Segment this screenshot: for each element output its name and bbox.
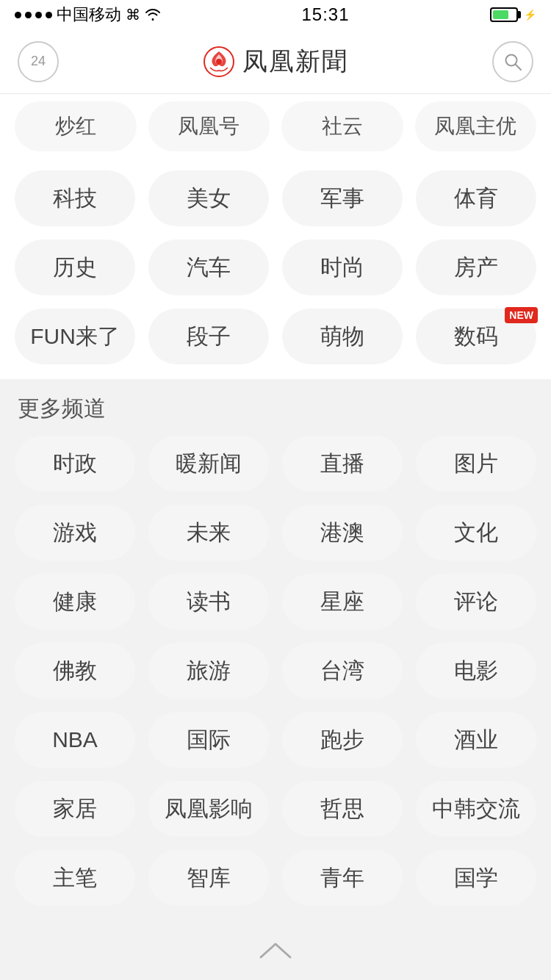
status-time: 15:31 xyxy=(301,4,349,25)
main-tag-fun-lai-le[interactable]: FUN来了 xyxy=(15,309,135,364)
more-tag-gangao[interactable]: 港澳 xyxy=(282,505,403,561)
more-tag-label-pinglun: 评论 xyxy=(454,587,498,617)
main-tag-keji[interactable]: 科技 xyxy=(15,170,135,226)
carrier-label: 中国移动 xyxy=(57,4,121,26)
more-tag-grid: 时政暖新闻直播图片游戏未来港澳文化健康读书星座评论佛教旅游台湾电影NBA国际跑步… xyxy=(15,436,536,906)
more-tag-label-zhubi: 主笔 xyxy=(53,863,97,893)
partial-tag-chao-hong[interactable]: 炒红 xyxy=(15,101,137,151)
main-tag-label-lishi: 历史 xyxy=(53,253,97,283)
more-tag-lvyou[interactable]: 旅游 xyxy=(148,643,269,699)
more-tag-dianying[interactable]: 电影 xyxy=(416,643,536,699)
more-tag-qingnian[interactable]: 青年 xyxy=(282,850,403,906)
phoenix-logo-icon xyxy=(203,46,235,78)
more-tag-dushu[interactable]: 读书 xyxy=(148,574,269,630)
more-tag-label-tupian: 图片 xyxy=(454,449,498,479)
svg-line-3 xyxy=(516,65,521,70)
collapse-button[interactable] xyxy=(253,939,298,961)
main-tag-label-fun-lai-le: FUN来了 xyxy=(30,322,120,352)
more-tag-pinglun[interactable]: 评论 xyxy=(416,574,536,630)
main-tag-grid: 科技美女军事体育历史汽车时尚房产FUN来了段子萌物数码NEW xyxy=(15,170,536,364)
more-tag-weilai[interactable]: 未来 xyxy=(148,505,269,561)
more-tag-tupian[interactable]: 图片 xyxy=(416,436,536,491)
more-tag-xingzuo[interactable]: 星座 xyxy=(282,574,403,630)
more-tag-label-zhonghan-jiaoliu: 中韩交流 xyxy=(432,794,520,824)
more-tag-zhubi[interactable]: 主笔 xyxy=(15,850,135,906)
main-tag-label-meinv: 美女 xyxy=(187,184,231,214)
main-tag-lishi[interactable]: 历史 xyxy=(15,239,135,295)
more-tag-label-zhesi: 哲思 xyxy=(320,794,364,824)
more-tag-guoxue[interactable]: 国学 xyxy=(416,850,536,906)
main-tag-label-shishang: 时尚 xyxy=(320,253,364,283)
more-tag-zhesi[interactable]: 哲思 xyxy=(282,781,403,837)
more-tag-taiwan[interactable]: 台湾 xyxy=(282,643,403,699)
main-tag-label-qiche: 汽车 xyxy=(187,253,231,283)
partial-category-row: 炒红 凤凰号 社云 凤凰主优 xyxy=(0,94,551,163)
more-tag-label-dianying: 电影 xyxy=(454,656,498,686)
main-tag-mengwu[interactable]: 萌物 xyxy=(282,309,403,364)
more-tag-label-xingzuo: 星座 xyxy=(320,587,364,617)
more-tag-label-jiuye: 酒业 xyxy=(454,725,498,755)
app-title: 凤凰新聞 xyxy=(242,45,348,79)
main-tag-label-tiyu: 体育 xyxy=(454,184,498,214)
more-tag-jiankang[interactable]: 健康 xyxy=(15,574,135,630)
more-tag-zhiku[interactable]: 智库 xyxy=(148,850,269,906)
more-tag-shizheng[interactable]: 时政 xyxy=(15,436,135,491)
more-tag-fenghuang-yingxiang[interactable]: 凤凰影响 xyxy=(148,781,269,837)
more-tag-label-lvyou: 旅游 xyxy=(187,656,231,686)
wifi-icon: ⌘︎ xyxy=(126,6,140,24)
main-tag-shuma[interactable]: 数码NEW xyxy=(416,309,536,364)
more-tag-label-qingnian: 青年 xyxy=(320,863,364,893)
main-tag-shishang[interactable]: 时尚 xyxy=(282,239,403,295)
partial-tag-feng-huang-hao[interactable]: 凤凰号 xyxy=(148,101,270,151)
main-tag-label-keji: 科技 xyxy=(53,184,97,214)
main-tag-junshi[interactable]: 军事 xyxy=(282,170,403,226)
more-tag-youxi[interactable]: 游戏 xyxy=(15,505,135,561)
more-tag-guoji[interactable]: 国际 xyxy=(148,712,269,768)
bottom-bar xyxy=(0,920,551,979)
more-tag-label-wenhua: 文化 xyxy=(454,518,498,548)
more-tag-label-jiaju: 家居 xyxy=(53,794,97,824)
partial-tag-she-yun[interactable]: 社云 xyxy=(281,101,403,151)
new-badge-shuma: NEW xyxy=(505,307,538,323)
status-right: ⚡ xyxy=(490,7,536,22)
svg-point-2 xyxy=(506,54,517,65)
more-section-title: 更多频道 xyxy=(0,379,551,436)
main-tag-tiyu[interactable]: 体育 xyxy=(416,170,536,226)
partial-tag-feng-huang-zhu-you[interactable]: 凤凰主优 xyxy=(415,101,537,151)
more-tag-nuan-xinwen[interactable]: 暖新闻 xyxy=(148,436,269,491)
more-category-section: 时政暖新闻直播图片游戏未来港澳文化健康读书星座评论佛教旅游台湾电影NBA国际跑步… xyxy=(0,436,551,920)
more-tag-label-paobu: 跑步 xyxy=(320,725,364,755)
more-tag-paobu[interactable]: 跑步 xyxy=(282,712,403,768)
more-tag-zhonghan-jiaoliu[interactable]: 中韩交流 xyxy=(416,781,536,837)
wifi-icon xyxy=(145,8,161,21)
status-bar: 中国移动 ⌘︎ 15:31 ⚡ xyxy=(0,0,551,29)
news-24-button[interactable]: 24 xyxy=(18,41,59,82)
main-tag-qiche[interactable]: 汽车 xyxy=(148,239,269,295)
main-tag-label-junshi: 军事 xyxy=(320,184,364,214)
news-24-label: 24 xyxy=(31,54,46,69)
search-icon xyxy=(503,52,522,71)
more-tag-label-guoxue: 国学 xyxy=(454,863,498,893)
app-header: 24 凤凰新聞 xyxy=(0,29,551,94)
more-tag-jiuye[interactable]: 酒业 xyxy=(416,712,536,768)
more-tag-wenhua[interactable]: 文化 xyxy=(416,505,536,561)
status-left: 中国移动 ⌘︎ xyxy=(15,4,161,26)
main-tag-label-mengwu: 萌物 xyxy=(320,322,364,352)
main-tag-label-duanzi: 段子 xyxy=(187,322,231,352)
main-tag-duanzi[interactable]: 段子 xyxy=(148,309,269,364)
main-tag-fangchan[interactable]: 房产 xyxy=(416,239,536,295)
more-tag-jiaju[interactable]: 家居 xyxy=(15,781,135,837)
more-tag-label-nba: NBA xyxy=(52,727,98,752)
main-category-section: 科技美女军事体育历史汽车时尚房产FUN来了段子萌物数码NEW xyxy=(0,163,551,379)
main-tag-meinv[interactable]: 美女 xyxy=(148,170,269,226)
more-tag-label-guoji: 国际 xyxy=(187,725,231,755)
more-tag-zhibo[interactable]: 直播 xyxy=(282,436,403,491)
battery-icon xyxy=(490,7,518,22)
more-tag-label-jiankang: 健康 xyxy=(53,587,97,617)
svg-point-1 xyxy=(216,59,222,65)
more-tag-label-shizheng: 时政 xyxy=(53,449,97,479)
more-tag-fojiao[interactable]: 佛教 xyxy=(15,643,135,699)
app-logo: 凤凰新聞 xyxy=(203,45,348,79)
more-tag-nba[interactable]: NBA xyxy=(15,712,135,768)
search-button[interactable] xyxy=(492,41,533,82)
